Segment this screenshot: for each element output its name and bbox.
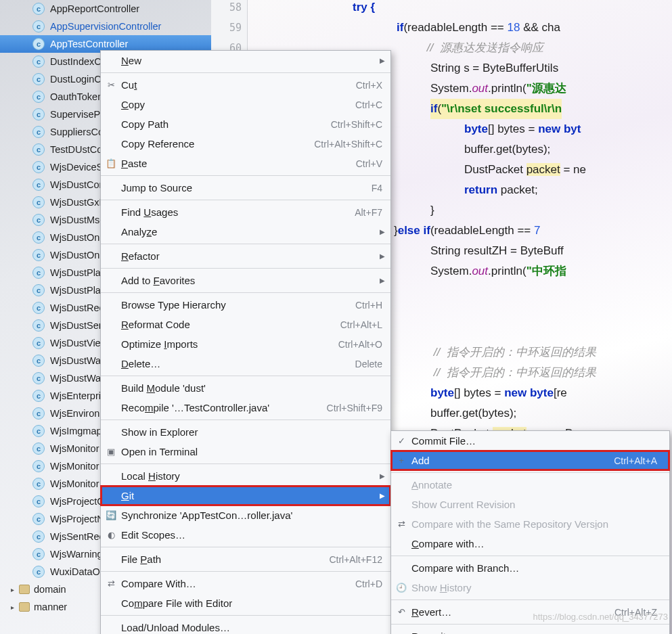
class-icon: c — [32, 548, 45, 560]
menu-item[interactable]: Recompile '…TestController.java'Ctrl+Shi… — [101, 398, 390, 417]
tree-item-label: WjsDustPlat — [50, 267, 104, 278]
class-icon: c — [32, 460, 45, 472]
class-icon: c — [32, 91, 45, 103]
menu-item[interactable]: +AddCtrl+Alt+A — [391, 451, 669, 470]
expand-icon[interactable]: ▸ — [11, 586, 18, 593]
menu-separator — [101, 268, 390, 269]
menu-item-label: Copy — [121, 99, 355, 110]
menu-item-label: Compare With… — [121, 578, 355, 589]
code-text: String s = ByteBufferUtils — [430, 62, 558, 74]
menu-item[interactable]: ✓Commit File… — [391, 431, 669, 451]
tree-item-label: AppTestController — [50, 39, 128, 49]
menu-item-label: Compare with Branch… — [411, 562, 657, 574]
menu-item: 🕘Show History — [391, 578, 669, 597]
menu-item[interactable]: Refactor▶ — [101, 246, 390, 266]
menu-item[interactable]: Compare with… — [391, 534, 669, 553]
menu-item[interactable]: ◐Edit Scopes… — [101, 525, 390, 545]
menu-item-label: Show History — [411, 582, 657, 593]
menu-item[interactable]: Browse Type HierarchyCtrl+H — [101, 295, 390, 315]
menu-shortcut: Delete — [355, 359, 382, 369]
tree-item-label: SuppliersCo — [50, 127, 104, 137]
menu-item[interactable]: Add to Favorites▶ — [101, 271, 390, 290]
expand-icon[interactable]: ▸ — [11, 604, 18, 611]
code-text: new byt — [538, 122, 581, 135]
code-text: .println( — [488, 265, 527, 277]
class-icon: c — [32, 566, 45, 578]
menu-item-label: Open in Terminal — [121, 446, 382, 457]
class-icon: c — [32, 372, 45, 384]
code-comment: // 指令开启的：中环返回的结果 — [430, 346, 596, 359]
class-icon: c — [32, 73, 45, 85]
menu-icon: ✓ — [395, 435, 407, 447]
code-text: } — [430, 204, 434, 217]
menu-separator — [101, 72, 390, 73]
menu-item-label: Analyze — [121, 226, 382, 237]
class-icon: c — [32, 302, 45, 314]
code-comment: // 指令开启的：中环返回的结果 — [430, 366, 596, 379]
menu-item-label: Copy Reference — [121, 138, 314, 150]
menu-item[interactable]: CopyCtrl+C — [101, 95, 390, 114]
line-number: 58 — [229, 1, 242, 14]
folder-icon — [19, 585, 30, 594]
menu-item[interactable]: ✂CutCtrl+X — [101, 75, 390, 95]
tree-item[interactable]: cAppSupervisionController — [0, 18, 211, 35]
class-icon: c — [32, 337, 45, 349]
menu-shortcut: F4 — [372, 183, 382, 194]
menu-item[interactable]: 🔄Synchronize 'AppTestCon…roller.java' — [101, 505, 390, 525]
tree-item-label: WjsDustPlat — [50, 285, 104, 296]
menu-item[interactable]: Copy ReferenceCtrl+Alt+Shift+C — [101, 134, 390, 154]
menu-item[interactable]: Reformat CodeCtrl+Alt+L — [101, 315, 390, 334]
tree-item[interactable]: cAppReportController — [0, 0, 211, 18]
menu-item[interactable]: Compare File with Editor — [101, 593, 390, 613]
class-icon: c — [32, 390, 45, 402]
class-icon: c — [32, 3, 45, 15]
menu-item[interactable]: Load/Unload Modules… — [101, 618, 390, 634]
tree-item-label: WjsDeviceS — [50, 162, 103, 173]
menu-item[interactable]: ▣Open in Terminal — [101, 442, 390, 461]
class-icon: c — [32, 319, 45, 332]
menu-item[interactable]: Optimize ImportsCtrl+Alt+O — [101, 334, 390, 354]
menu-separator — [101, 547, 390, 547]
menu-item[interactable]: Compare with Branch… — [391, 558, 669, 578]
menu-item: Show Current Revision — [391, 495, 669, 514]
class-icon: c — [32, 38, 45, 50]
class-icon: c — [32, 249, 45, 261]
menu-item[interactable]: Repository▶ — [391, 627, 669, 634]
tree-item-label: TestDUstCo — [50, 144, 102, 155]
code-text: 18 — [508, 21, 520, 34]
menu-item[interactable]: Show in Explorer — [101, 422, 390, 442]
tree-item-label: WjsDustVie — [50, 338, 101, 348]
watermark: https://blog.csdn.net/qq_34377273 — [533, 612, 669, 622]
tree-item-label: AppSupervisionController — [50, 21, 161, 32]
menu-item[interactable]: Copy PathCtrl+Shift+C — [101, 114, 390, 134]
menu-icon: ✂ — [105, 79, 117, 91]
menu-item[interactable]: Find UsagesAlt+F7 — [101, 202, 390, 222]
code-text: out — [472, 82, 488, 95]
menu-item[interactable]: 📋PasteCtrl+V — [101, 154, 390, 173]
tree-item-label: WjsProjectN — [50, 514, 104, 524]
menu-item[interactable]: Build Module 'dust' — [101, 378, 390, 398]
menu-item[interactable]: File PathCtrl+Alt+F12 — [101, 549, 390, 569]
menu-item[interactable]: Analyze▶ — [101, 222, 390, 242]
code-text: [] bytes = — [454, 386, 504, 399]
git-submenu[interactable]: ✓Commit File…+AddCtrl+Alt+AAnnotateShow … — [390, 430, 670, 634]
class-icon: c — [32, 108, 45, 120]
menu-separator — [391, 556, 669, 556]
tree-item-label: WjsEnterpri — [50, 390, 101, 401]
class-icon: c — [32, 196, 45, 208]
menu-item-label: Build Module 'dust' — [121, 382, 382, 394]
tree-item-label: WjsMonitor — [50, 478, 99, 489]
menu-separator — [101, 376, 390, 376]
menu-item-label: Show in Explorer — [121, 426, 382, 438]
code-text: String resultZH = ByteBuff — [430, 244, 564, 257]
menu-item[interactable]: Jump to SourceF4 — [101, 178, 390, 198]
menu-item[interactable]: Local History▶ — [101, 466, 390, 486]
menu-item[interactable]: Delete…Delete — [101, 354, 390, 373]
tree-item-label: DustLoginCo — [50, 74, 107, 85]
menu-item-label: Annotate — [411, 479, 657, 491]
menu-item[interactable]: New▶ — [101, 51, 390, 70]
context-menu[interactable]: New▶✂CutCtrl+XCopyCtrl+CCopy PathCtrl+Sh… — [100, 50, 391, 634]
menu-item[interactable]: Git▶ — [101, 486, 390, 505]
menu-item[interactable]: ⇄Compare With…Ctrl+D — [101, 574, 390, 593]
tree-item-label: WjsEnviron — [50, 408, 99, 419]
